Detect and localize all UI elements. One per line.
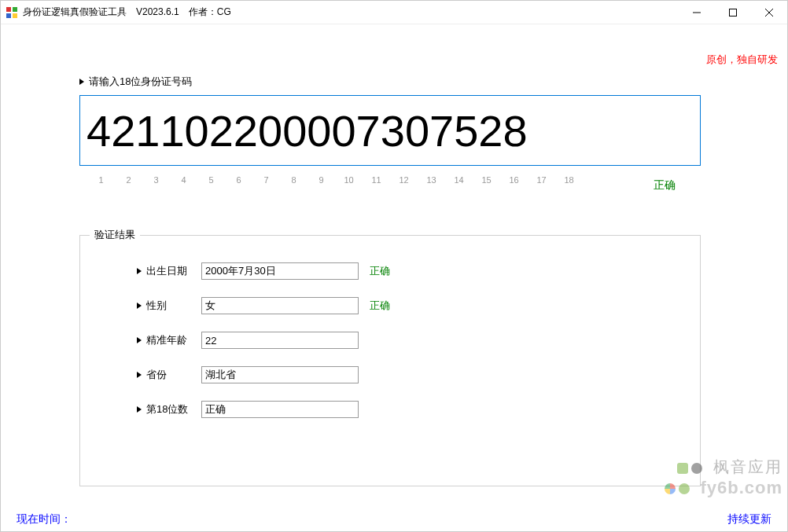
result-legend: 验证结果 — [90, 228, 140, 242]
pos-10: 10 — [335, 175, 363, 185]
minimize-button[interactable] — [679, 1, 715, 24]
pos-6: 6 — [225, 175, 252, 185]
field-row-province: 省份 — [137, 365, 700, 385]
position-markers: 1 2 3 4 5 6 7 8 9 10 11 12 13 14 15 16 1… — [87, 175, 709, 185]
credits-label: 原创，独自研发 — [706, 53, 778, 67]
overall-status: 正确 — [654, 178, 676, 193]
pos-17: 17 — [528, 175, 555, 185]
pos-3: 3 — [142, 175, 170, 185]
window-controls — [679, 1, 787, 24]
pos-13: 13 — [418, 175, 445, 185]
pos-7: 7 — [252, 175, 280, 185]
arrow-icon — [137, 268, 142, 274]
svg-rect-2 — [6, 13, 11, 18]
svg-rect-5 — [730, 9, 737, 16]
field-label-province: 省份 — [146, 368, 201, 382]
svg-rect-1 — [13, 7, 17, 12]
pos-11: 11 — [363, 175, 390, 185]
maximize-button[interactable] — [715, 1, 751, 24]
arrow-icon — [137, 337, 142, 343]
watermark-line1: 枫音应用 — [713, 458, 782, 475]
pos-14: 14 — [445, 175, 473, 185]
field-value-age[interactable] — [201, 332, 359, 349]
svg-rect-3 — [13, 13, 17, 18]
field-value-digit18[interactable] — [201, 401, 359, 418]
result-group: 验证结果 出生日期 正确 性别 正确 精准年龄 省份 — [79, 235, 701, 486]
field-label-digit18: 第18位数 — [146, 402, 201, 416]
pos-5: 5 — [197, 175, 225, 185]
pos-1: 1 — [87, 175, 115, 185]
svg-rect-0 — [6, 7, 11, 12]
field-label-age: 精准年龄 — [146, 333, 201, 347]
app-window: 身份证逻辑真假验证工具 V2023.6.1 作者：CG 原创，独自研发 请输入1… — [0, 0, 788, 532]
footer-update-link[interactable]: 持续更新 — [727, 512, 771, 526]
id-input-label-text: 请输入18位身份证号码 — [89, 75, 192, 89]
app-icon — [6, 6, 18, 19]
arrow-icon — [137, 372, 142, 378]
field-status-gender: 正确 — [370, 299, 390, 313]
field-value-province[interactable] — [201, 366, 359, 383]
pos-18: 18 — [555, 175, 583, 185]
field-row-digit18: 第18位数 — [137, 399, 700, 420]
field-label-birthdate: 出生日期 — [146, 264, 201, 278]
id-input-label: 请输入18位身份证号码 — [79, 75, 192, 89]
field-row-birthdate: 出生日期 正确 — [137, 261, 700, 281]
pos-4: 4 — [170, 175, 197, 185]
id-number-input[interactable] — [79, 95, 701, 166]
field-label-gender: 性别 — [146, 299, 201, 313]
field-row-age: 精准年龄 — [137, 330, 700, 350]
pos-2: 2 — [115, 175, 142, 185]
arrow-icon — [137, 406, 142, 413]
footer: 现在时间： 持续更新 — [17, 512, 771, 526]
pos-12: 12 — [390, 175, 418, 185]
footer-time-label: 现在时间： — [17, 512, 72, 526]
field-row-gender: 性别 正确 — [137, 295, 700, 316]
pos-8: 8 — [280, 175, 307, 185]
titlebar: 身份证逻辑真假验证工具 V2023.6.1 作者：CG — [1, 1, 787, 24]
field-value-gender[interactable] — [201, 297, 359, 314]
close-button[interactable] — [751, 1, 787, 24]
field-value-birthdate[interactable] — [201, 262, 359, 280]
client-area: 原创，独自研发 请输入18位身份证号码 1 2 3 4 5 6 7 8 9 10… — [1, 24, 787, 531]
pos-9: 9 — [307, 175, 335, 185]
pos-16: 16 — [500, 175, 528, 185]
pos-15: 15 — [473, 175, 500, 185]
window-title: 身份证逻辑真假验证工具 V2023.6.1 作者：CG — [23, 6, 231, 19]
arrow-icon — [137, 303, 142, 309]
field-status-birthdate: 正确 — [370, 264, 390, 278]
watermark-line2: fy6b.com — [700, 478, 782, 497]
arrow-icon — [79, 79, 84, 85]
